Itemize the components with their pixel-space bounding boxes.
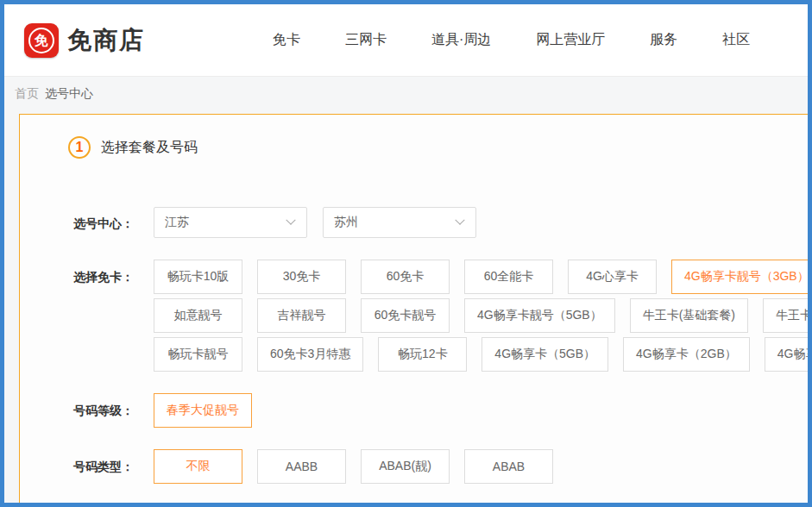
card-option[interactable]: 4G心享卡 [568,260,657,294]
grade-label: 号码等级： [73,393,154,428]
step-header: 1 选择套餐及号码 [68,136,808,159]
card-option[interactable]: 4G畅享卡（2GB） [623,337,750,372]
type-option[interactable]: ABAB [464,449,553,484]
main-nav: 免卡 三网卡 道具·周边 网上营业厅 服务 社区 [273,31,750,49]
card-options-row-2: 如意靓号 吉祥靓号 60免卡靓号 4G畅享卡靓号（5GB） 牛王卡(基础套餐) … [154,298,808,333]
center-selects: 江苏 苏州 [154,207,476,240]
card-option[interactable]: 60全能卡 [464,260,553,294]
card-option[interactable]: 4G畅享卡（ [765,337,808,372]
grade-options: 春季大促靓号 [154,393,252,428]
card-option[interactable]: 30免卡 [257,260,346,294]
type-options: 不限 AABB ABAB(靓) ABAB [154,449,553,484]
breadcrumb-current: 选号中心 [45,86,93,102]
card-options-row-3: 畅玩卡靓号 60免卡3月特惠 畅玩12卡 4G畅享卡（5GB） 4G畅享卡（2G… [154,337,808,372]
card-option[interactable]: 畅玩12卡 [378,337,467,372]
row-grade: 号码等级： 春季大促靓号 [73,393,808,428]
card-option-selected[interactable]: 4G畅享卡靓号（3GB） [671,260,808,294]
card-option[interactable]: 60免卡 [361,260,450,294]
card-option[interactable]: 畅玩卡靓号 [154,337,242,372]
step-number-badge: 1 [68,136,91,159]
card-option[interactable]: 吉祥靓号 [257,298,346,333]
row-types: 号码类型： 不限 AABB ABAB(靓) ABAB [73,449,808,484]
type-option[interactable]: ABAB(靓) [361,449,450,484]
main-area: 1 选择套餐及号码 选号中心： 江苏 苏州 选择免卡： 畅玩卡10版 [4,110,808,503]
row-cards: 选择免卡： 畅玩卡10版 30免卡 60免卡 60全能卡 4G心享卡 4G畅享卡… [73,260,808,372]
selection-panel: 1 选择套餐及号码 选号中心： 江苏 苏州 选择免卡： 畅玩卡10版 [19,114,808,503]
logo-glyph: 免 [28,28,54,53]
city-value: 苏州 [334,215,358,230]
chevron-down-icon [455,216,464,225]
card-option[interactable]: 如意靓号 [154,298,242,333]
logo[interactable]: 免 免商店 [24,23,145,58]
chevron-down-icon [286,216,295,225]
row-center: 选号中心： 江苏 苏州 [73,207,808,240]
site-title: 免商店 [67,24,145,57]
step-title: 选择套餐及号码 [101,139,198,157]
nav-item-fuwu[interactable]: 服务 [650,31,677,49]
card-option[interactable]: 60免卡靓号 [361,298,450,333]
center-label: 选号中心： [73,207,154,240]
type-option-selected[interactable]: 不限 [154,449,242,484]
card-option[interactable]: 牛王卡(春季 [763,298,808,333]
types-label: 号码类型： [73,449,154,484]
card-option[interactable]: 4G畅享卡（5GB） [482,337,608,372]
type-option[interactable]: AABB [257,449,346,484]
city-select[interactable]: 苏州 [323,207,476,238]
cards-label: 选择免卡： [73,260,154,372]
nav-item-yingyeting[interactable]: 网上营业厅 [536,31,605,49]
nav-item-mianka[interactable]: 免卡 [273,31,300,49]
card-option[interactable]: 畅玩卡10版 [154,260,242,294]
card-option[interactable]: 牛王卡(基础套餐) [630,298,748,333]
card-options-row-1: 畅玩卡10版 30免卡 60免卡 60全能卡 4G心享卡 4G畅享卡靓号（3GB… [154,260,808,294]
card-option[interactable]: 4G畅享卡靓号（5GB） [464,298,615,333]
province-value: 江苏 [165,215,189,230]
province-select[interactable]: 江苏 [154,207,307,238]
card-option[interactable]: 60免卡3月特惠 [257,337,363,372]
breadcrumb: 首页 选号中心 [4,76,808,110]
nav-item-daoju[interactable]: 道具·周边 [431,31,491,49]
card-options: 畅玩卡10版 30免卡 60免卡 60全能卡 4G心享卡 4G畅享卡靓号（3GB… [154,260,808,372]
grade-option-selected[interactable]: 春季大促靓号 [154,393,252,428]
breadcrumb-home[interactable]: 首页 [15,86,39,102]
logo-icon: 免 [24,23,59,58]
nav-item-shequ[interactable]: 社区 [722,31,750,49]
header: 免 免商店 免卡 三网卡 道具·周边 网上营业厅 服务 社区 [4,4,808,76]
nav-item-sanwangka[interactable]: 三网卡 [345,31,387,49]
